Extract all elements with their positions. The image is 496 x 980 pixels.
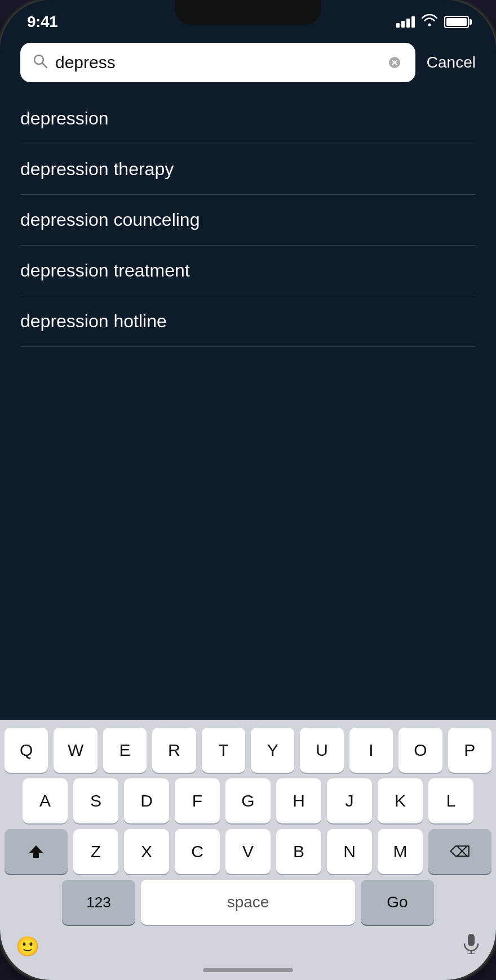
clear-icon[interactable] [386,54,403,71]
key-v[interactable]: V [225,829,271,874]
key-y[interactable]: Y [251,728,294,773]
phone-frame: 9:41 [0,0,496,980]
key-j[interactable]: J [327,778,372,823]
shift-key[interactable] [5,829,68,874]
key-f[interactable]: F [175,778,220,823]
key-e[interactable]: E [103,728,147,773]
suggestions-list: depression depression therapy depression… [0,93,496,347]
suggestion-text: depression counceling [20,210,200,230]
keyboard: Q W E R T Y U I O P A S D F G H J K [0,720,496,980]
key-m[interactable]: M [378,829,423,874]
keyboard-row-2: A S D F G H J K L [5,778,491,823]
key-c[interactable]: C [175,829,220,874]
key-n[interactable]: N [327,829,372,874]
status-icons [396,14,469,30]
suggestion-item[interactable]: depression counceling [20,195,476,246]
key-u[interactable]: U [300,728,343,773]
key-x[interactable]: X [124,829,169,874]
backspace-key[interactable]: ⌫ [428,829,491,874]
key-p[interactable]: P [448,728,491,773]
key-q[interactable]: Q [5,728,48,773]
key-r[interactable]: R [152,728,196,773]
cancel-button[interactable]: Cancel [427,54,476,72]
search-input[interactable]: depress [55,53,378,72]
phone-screen: 9:41 [0,0,496,980]
keyboard-row-3: Z X C V B N M ⌫ [5,829,491,874]
key-t[interactable]: T [202,728,245,773]
mic-key[interactable] [462,934,480,959]
key-h[interactable]: H [276,778,321,823]
num-key[interactable]: 123 [62,880,135,925]
status-time: 9:41 [27,13,57,31]
signal-icon [396,16,415,28]
suggestion-item[interactable]: depression therapy [20,144,476,195]
home-indicator [203,968,293,972]
key-o[interactable]: O [398,728,442,773]
search-area: depress Cancel [0,34,496,82]
key-i[interactable]: I [349,728,393,773]
keyboard-emoji-row: 🙂 [5,930,491,975]
suggestion-text: depression therapy [20,159,174,179]
key-b[interactable]: B [276,829,321,874]
space-key[interactable]: space [141,880,355,925]
key-k[interactable]: K [378,778,423,823]
suggestion-item[interactable]: depression hotline [20,296,476,347]
search-icon [33,54,47,72]
suggestion-text: depression [20,108,109,128]
key-s[interactable]: S [73,778,118,823]
battery-icon [444,16,469,28]
svg-rect-5 [468,934,475,946]
wifi-icon [422,14,437,30]
key-a[interactable]: A [23,778,68,823]
suggestion-text: depression hotline [20,311,167,331]
keyboard-bottom-row: 123 space Go [5,880,491,925]
key-w[interactable]: W [54,728,97,773]
go-key[interactable]: Go [361,880,434,925]
emoji-key[interactable]: 🙂 [16,935,39,957]
key-l[interactable]: L [428,778,473,823]
suggestion-text: depression treatment [20,260,190,280]
svg-line-1 [42,63,47,68]
key-z[interactable]: Z [73,829,118,874]
search-bar[interactable]: depress [20,43,415,82]
notch [175,0,321,25]
key-d[interactable]: D [124,778,169,823]
keyboard-row-1: Q W E R T Y U I O P [5,728,491,773]
suggestion-item[interactable]: depression treatment [20,246,476,296]
key-g[interactable]: G [225,778,271,823]
suggestion-item[interactable]: depression [20,93,476,144]
